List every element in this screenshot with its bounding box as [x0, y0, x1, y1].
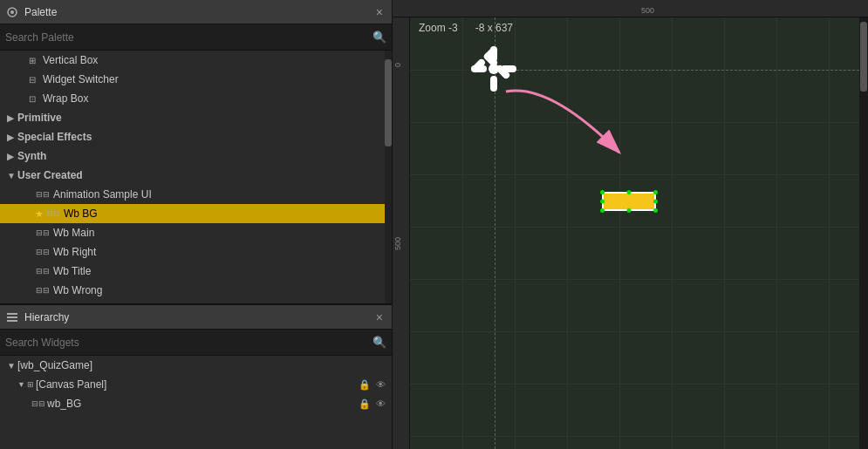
svg-rect-2	[7, 313, 17, 315]
hierarchy-tree: ▼ [wb_QuizGame] ▼ ⊞ [Canvas Panel] 🔒 👁 ⊟…	[0, 356, 392, 449]
handle-ml[interactable]	[600, 200, 605, 204]
vertical-box-icon: ⊞	[24, 52, 40, 68]
palette-category-synth[interactable]: ▶ Synth	[0, 146, 392, 166]
hierarchy-close-button[interactable]: ×	[372, 310, 386, 324]
grid-line-v8	[829, 17, 830, 449]
canvas-panel-label: [Canvas Panel]	[36, 378, 106, 391]
svg-rect-4	[7, 320, 17, 322]
palette-search-input[interactable]	[5, 31, 372, 44]
palette-scrollbar[interactable]	[385, 51, 392, 303]
wb-bg-label: Wb BG	[64, 207, 98, 220]
canvas-area[interactable]: Zoom -3 -8 x 637	[410, 17, 868, 449]
handle-bl[interactable]	[600, 208, 605, 213]
grid-line-h6	[410, 331, 868, 332]
grid-line-v1	[462, 17, 463, 449]
special-effects-arrow-icon: ▶	[7, 133, 17, 142]
handle-tr[interactable]	[653, 190, 658, 194]
ruler-500-left-mark: 500	[393, 237, 402, 250]
wb-bg-star-icon: ★	[35, 208, 44, 220]
svg-point-13	[489, 64, 499, 74]
widget-switcher-icon: ⊟	[24, 71, 40, 87]
palette-scrollbar-thumb[interactable]	[385, 59, 392, 146]
hierarchy-title: Hierarchy	[24, 311, 367, 323]
hier-item-wb-bg[interactable]: ⊟⊟ wb_BG 🔒 👁	[0, 394, 392, 413]
canvas-scrollbar-v[interactable]	[859, 17, 868, 449]
palette-category-primitive[interactable]: ▶ Primitive	[0, 108, 392, 127]
svg-point-1	[10, 10, 14, 14]
palette-category-advanced[interactable]: ▶ Advanced	[0, 300, 392, 303]
handle-tl[interactable]	[600, 190, 605, 194]
animation-sample-label: Animation Sample UI	[53, 188, 152, 201]
wb-quizgame-label: [wb_QuizGame]	[17, 359, 92, 371]
palette-section: Palette × 🔍 ⊞ Vertical Box ⊟ Widget Swit…	[0, 0, 392, 305]
hierarchy-search-input[interactable]	[5, 337, 372, 349]
user-created-label: User Created	[17, 169, 83, 181]
wb-bg-widget-box[interactable]	[602, 192, 656, 211]
palette-category-user-created[interactable]: ▼ User Created	[0, 166, 392, 185]
wb-wrong-icon: ⊟⊟	[35, 282, 51, 298]
wb-bg-hier-label: wb_BG	[47, 398, 81, 410]
flower-widget[interactable]	[467, 42, 521, 99]
quizgame-arrow-icon: ▼	[7, 361, 17, 371]
palette-item-wrap-box[interactable]: ⊡ Wrap Box	[0, 89, 392, 108]
grid-line-v4	[619, 17, 620, 449]
flower-svg	[467, 42, 521, 96]
canvas-panel-expand-icon: ▼	[17, 380, 25, 389]
grid-line-h5	[410, 279, 868, 280]
animation-sample-icon: ⊟⊟	[35, 187, 51, 202]
ruler-left: 0 500	[393, 17, 410, 449]
wb-title-label: Wb Title	[53, 265, 91, 277]
canvas-panel-eye-icon[interactable]: 👁	[374, 378, 386, 391]
wb-main-icon: ⊟⊟	[35, 225, 51, 241]
wb-title-icon: ⊟⊟	[35, 263, 51, 279]
palette-item-wb-wrong[interactable]: ⊟⊟ Wb Wrong	[0, 281, 392, 300]
palette-category-special-effects[interactable]: ▶ Special Effects	[0, 127, 392, 146]
hierarchy-section: Hierarchy × 🔍 ▼ [wb_QuizGame] ▼ ⊞ [Canva…	[0, 305, 392, 449]
canvas-panel-lock-icon[interactable]: 🔒	[359, 378, 371, 391]
palette-search-icon: 🔍	[372, 31, 386, 44]
handle-br[interactable]	[653, 208, 658, 213]
palette-item-animation-sample-ui[interactable]: ⊟⊟ Animation Sample UI	[0, 185, 392, 204]
grid-line-v6	[724, 17, 725, 449]
palette-item-wb-right[interactable]: ⊟⊟ Wb Right	[0, 242, 392, 262]
ruler-500-mark: 500	[641, 6, 654, 15]
ruler-0-mark: 0	[393, 63, 402, 67]
zoom-label: Zoom -3	[419, 22, 458, 34]
synth-label: Synth	[17, 150, 46, 162]
palette-search-bar: 🔍	[0, 24, 392, 51]
palette-item-wb-bg[interactable]: ★ ⊟⊟ Wb BG	[0, 204, 392, 223]
wb-bg-hier-box-icon: ⊟⊟	[31, 399, 45, 408]
hierarchy-titlebar: Hierarchy ×	[0, 305, 392, 330]
wb-right-label: Wb Right	[53, 246, 96, 258]
canvas-scrollbar-thumb-v[interactable]	[860, 22, 867, 92]
handle-tc[interactable]	[627, 190, 632, 194]
grid-line-h4	[410, 227, 868, 228]
grid-line-h3	[410, 174, 868, 175]
handle-bc[interactable]	[627, 208, 632, 213]
palette-title: Palette	[24, 6, 367, 18]
primitive-label: Primitive	[17, 112, 62, 124]
wb-bg-icon: ⊟⊟	[45, 206, 61, 221]
widget-switcher-label: Widget Switcher	[43, 73, 119, 85]
canvas-info: Zoom -3 -8 x 637	[419, 22, 513, 34]
grid-line-v3	[567, 17, 568, 449]
wb-main-label: Wb Main	[53, 227, 94, 239]
wrap-box-label: Wrap Box	[43, 92, 88, 105]
palette-item-widget-switcher[interactable]: ⊟ Widget Switcher	[0, 70, 392, 89]
grid-line-h8	[410, 436, 868, 437]
handle-mr[interactable]	[653, 200, 658, 204]
palette-item-vertical-box[interactable]: ⊞ Vertical Box	[0, 51, 392, 70]
svg-rect-6	[490, 76, 497, 92]
hier-item-canvas-panel[interactable]: ▼ ⊞ [Canvas Panel] 🔒 👁	[0, 375, 392, 394]
wb-bg-lock-icon[interactable]: 🔒	[359, 398, 371, 410]
palette-close-button[interactable]: ×	[372, 5, 386, 19]
special-effects-label: Special Effects	[17, 131, 92, 143]
palette-titlebar: Palette ×	[0, 0, 392, 24]
wb-bg-eye-icon[interactable]: 👁	[374, 398, 386, 410]
palette-tree: ⊞ Vertical Box ⊟ Widget Switcher ⊡ Wrap …	[0, 51, 392, 303]
hier-item-wb-quizgame[interactable]: ▼ [wb_QuizGame]	[0, 356, 392, 375]
hierarchy-search-bar: 🔍	[0, 330, 392, 356]
palette-item-wb-title[interactable]: ⊟⊟ Wb Title	[0, 262, 392, 281]
palette-item-wb-main[interactable]: ⊟⊟ Wb Main	[0, 223, 392, 242]
coord-label: -8 x 637	[475, 22, 513, 34]
